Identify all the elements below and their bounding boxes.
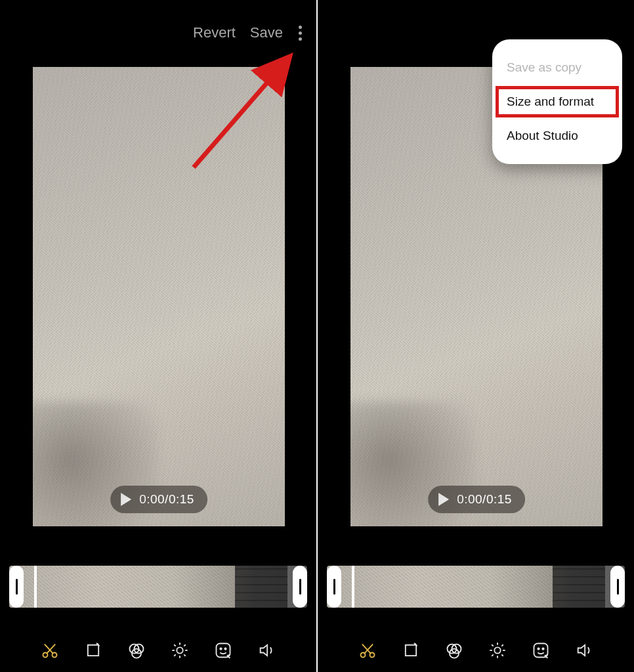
adjust-icon[interactable] [170,640,190,660]
svg-line-37 [501,644,503,646]
svg-point-40 [542,648,543,650]
trim-handle-start[interactable] [327,566,341,608]
filter-icon[interactable] [444,640,464,660]
play-icon [438,493,449,506]
timeline-frame-end [553,566,605,608]
playback-time: 0:00/0:15 [139,492,194,507]
svg-line-14 [174,644,175,646]
adjust-icon[interactable] [488,640,507,660]
topbar: Revert Save [0,0,316,66]
bottom-toolbar [0,640,316,660]
play-icon [121,493,131,506]
svg-point-39 [538,648,539,650]
more-icon[interactable] [297,22,303,45]
svg-rect-5 [88,645,98,656]
svg-line-17 [184,644,185,646]
screen-left: Revert Save 0:00/0:15 [0,0,316,672]
timeline[interactable] [9,566,307,608]
audio-icon[interactable] [257,640,276,660]
svg-line-34 [492,644,493,646]
timeline[interactable] [327,566,625,608]
playhead[interactable] [352,566,354,608]
playhead[interactable] [34,566,37,608]
play-control[interactable]: 0:00/0:15 [428,486,525,513]
menu-about-studio[interactable]: About Studio [492,119,622,152]
revert-button[interactable]: Revert [193,24,236,41]
trim-icon[interactable] [40,640,60,660]
svg-line-16 [174,654,175,656]
trim-handle-end[interactable] [293,566,307,608]
bottom-toolbar [318,640,634,660]
svg-rect-25 [406,645,416,656]
audio-icon[interactable] [574,640,594,660]
trim-icon[interactable] [358,640,377,660]
trim-handle-end[interactable] [610,566,625,608]
sticker-icon[interactable] [531,640,551,660]
svg-point-20 [224,648,226,650]
svg-line-15 [184,654,185,656]
overflow-menu: Save as copy Size and format About Studi… [492,39,622,164]
playback-time: 0:00/0:15 [457,492,512,507]
svg-point-19 [220,648,221,650]
svg-point-29 [494,647,500,653]
svg-point-9 [177,647,182,653]
crop-icon[interactable] [401,640,421,660]
play-control[interactable]: 0:00/0:15 [110,486,207,513]
sticker-icon[interactable] [213,640,233,660]
timeline-frame-end [235,566,287,608]
crop-icon[interactable] [83,640,103,660]
screen-right: 0:00/0:15 Save as copy Size and format A… [318,0,634,672]
menu-save-as-copy[interactable]: Save as copy [492,51,622,84]
trim-handle-start[interactable] [9,566,24,608]
save-button[interactable]: Save [250,24,283,41]
svg-line-35 [501,654,503,656]
filter-icon[interactable] [127,640,146,660]
video-preview[interactable]: 0:00/0:15 [33,67,285,526]
menu-size-and-format[interactable]: Size and format [496,87,618,117]
svg-line-36 [492,654,493,656]
